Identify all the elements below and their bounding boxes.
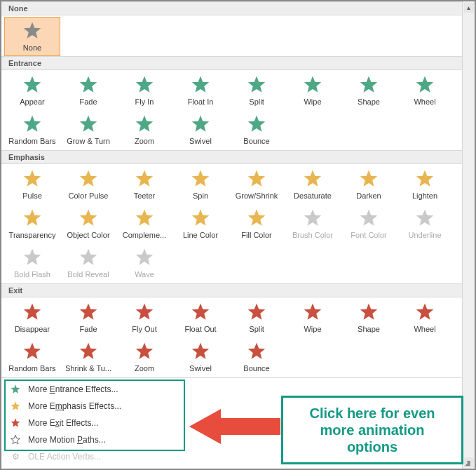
- item-label: Underline: [397, 231, 452, 239]
- star-icon: [76, 300, 100, 324]
- animation-item[interactable]: Lighten: [397, 166, 453, 205]
- item-label: Disappear: [5, 325, 60, 333]
- item-label: Wipe: [285, 325, 340, 333]
- animation-none[interactable]: None: [4, 17, 60, 56]
- animation-item[interactable]: Random Bars: [4, 111, 60, 150]
- star-icon: [357, 300, 381, 324]
- animation-item[interactable]: Split: [229, 299, 285, 338]
- animation-item[interactable]: Font Color: [341, 205, 397, 244]
- animation-item[interactable]: Bounce: [229, 338, 285, 377]
- item-label: Compleme...: [117, 231, 172, 239]
- animation-item[interactable]: Appear: [4, 72, 60, 111]
- animation-item[interactable]: Brush Color: [285, 205, 341, 244]
- animation-item[interactable]: Grow & Turn: [60, 111, 116, 150]
- animation-item[interactable]: Wipe: [285, 299, 341, 338]
- item-label: Color Pulse: [61, 192, 116, 200]
- scroll-up-icon[interactable]: ▲: [464, 3, 474, 13]
- scroll-track[interactable]: [464, 13, 474, 457]
- animation-item[interactable]: Bold Reveal: [60, 244, 116, 283]
- animation-item[interactable]: Bounce: [229, 111, 285, 150]
- item-label: Brush Color: [285, 231, 340, 239]
- star-icon: [189, 73, 212, 97]
- animation-item[interactable]: Float In: [172, 72, 229, 111]
- animation-item[interactable]: Grow/Shrink: [229, 166, 285, 205]
- animation-item[interactable]: Underline: [397, 205, 453, 244]
- star-icon: [189, 340, 212, 363]
- star-icon: [189, 206, 212, 230]
- star-icon: [245, 73, 268, 97]
- item-label: Shape: [341, 325, 396, 333]
- animation-item[interactable]: Wheel: [397, 72, 453, 111]
- animation-item[interactable]: Wheel: [397, 299, 453, 338]
- animation-item[interactable]: Fade: [60, 299, 116, 338]
- star-icon: [189, 167, 212, 191]
- animation-item[interactable]: Wipe: [285, 72, 341, 111]
- animation-item[interactable]: Darken: [341, 166, 397, 205]
- item-label: Zoom: [117, 364, 172, 372]
- animation-item[interactable]: Teeter: [116, 166, 172, 205]
- none-grid: None: [1, 15, 462, 56]
- menu-label: More Motion Paths...: [28, 435, 106, 445]
- item-label: Zoom: [117, 137, 172, 145]
- star-icon: [132, 167, 156, 191]
- scrollbar[interactable]: ▲ ▼: [462, 1, 475, 469]
- item-label: Fly In: [117, 98, 172, 106]
- star-icon: [132, 300, 156, 324]
- star-icon: [132, 246, 156, 269]
- star-icon: [20, 206, 44, 230]
- item-label: Spin: [173, 192, 228, 200]
- star-icon: [245, 206, 268, 230]
- star-icon: [413, 73, 437, 97]
- animation-item[interactable]: Shape: [341, 72, 397, 111]
- star-icon: [76, 73, 100, 97]
- animation-item[interactable]: Color Pulse: [60, 166, 116, 205]
- animation-item[interactable]: Float Out: [172, 299, 229, 338]
- star-outline-icon: [10, 434, 21, 445]
- animation-item[interactable]: Line Color: [172, 205, 229, 244]
- animation-item[interactable]: Fly Out: [116, 299, 172, 338]
- animation-item[interactable]: Shrink & Tu...: [60, 338, 116, 377]
- star-icon: [132, 112, 156, 136]
- star-icon: [20, 340, 44, 363]
- animation-item[interactable]: Zoom: [116, 338, 172, 377]
- animation-item[interactable]: Swivel: [172, 111, 229, 150]
- section-header-entrance: Entrance: [1, 56, 462, 70]
- star-icon: [20, 246, 44, 269]
- item-label: Pulse: [5, 192, 60, 200]
- animation-item[interactable]: Fill Color: [229, 205, 285, 244]
- item-label: Bold Reveal: [61, 270, 116, 278]
- animation-item[interactable]: Disappear: [4, 299, 60, 338]
- resize-handle-icon[interactable]: ◢: [465, 459, 473, 467]
- animation-item[interactable]: Bold Flash: [4, 244, 60, 283]
- star-icon: [301, 73, 325, 97]
- animation-item[interactable]: Compleme...: [116, 205, 172, 244]
- animation-item[interactable]: Spin: [172, 166, 229, 205]
- animation-item[interactable]: Object Color: [60, 205, 116, 244]
- animation-item[interactable]: Swivel: [172, 338, 229, 377]
- star-icon: [245, 300, 268, 324]
- animation-item[interactable]: Fade: [60, 72, 116, 111]
- star-icon: [10, 401, 21, 412]
- animation-item[interactable]: Fly In: [116, 72, 172, 111]
- star-icon: [413, 300, 437, 324]
- animation-item[interactable]: Wave: [116, 244, 172, 283]
- exit-grid: Disappear Fade Fly Out Float Out Split W…: [1, 297, 462, 377]
- star-icon: [357, 167, 381, 191]
- item-label: Split: [229, 325, 284, 333]
- animation-item[interactable]: Transparency: [4, 205, 60, 244]
- animation-item[interactable]: Pulse: [4, 166, 60, 205]
- star-icon: [10, 384, 21, 395]
- item-label: Fade: [61, 98, 116, 106]
- animation-item[interactable]: Split: [229, 72, 285, 111]
- menu-label: More Exit Effects...: [28, 418, 99, 428]
- animation-item[interactable]: Shape: [341, 299, 397, 338]
- star-icon: [301, 300, 325, 324]
- item-label: Swivel: [173, 137, 228, 145]
- item-label: None: [6, 43, 59, 52]
- animation-item[interactable]: Zoom: [116, 111, 172, 150]
- item-label: Line Color: [173, 231, 228, 239]
- animation-item[interactable]: Desaturate: [285, 166, 341, 205]
- item-label: Shrink & Tu...: [61, 364, 116, 372]
- item-label: Wheel: [397, 325, 452, 333]
- animation-item[interactable]: Random Bars: [4, 338, 60, 377]
